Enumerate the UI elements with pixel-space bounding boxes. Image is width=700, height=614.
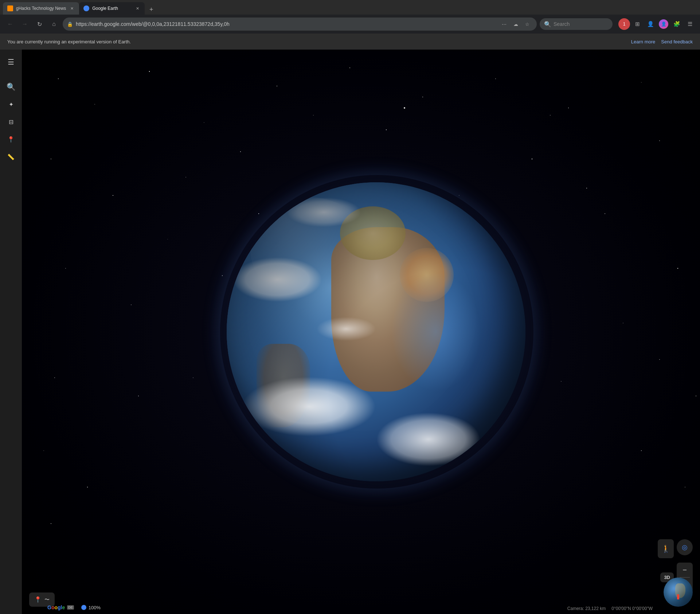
- addon-button[interactable]: 🧩: [671, 18, 683, 30]
- url-actions: ⋯ ☁ ☆: [499, 19, 532, 29]
- search-icon: 🔍: [544, 21, 551, 28]
- svg-point-40: [550, 115, 551, 116]
- security-icon: 🔒: [67, 22, 73, 27]
- app-container: ☰ 🔍 ✦ ⊟ 📍 📏: [0, 50, 700, 614]
- reload-button[interactable]: ↻: [34, 18, 45, 30]
- tab-ghacks[interactable]: gHacks Technology News ✕: [3, 2, 79, 15]
- svg-point-25: [677, 268, 678, 269]
- sidebar-voyager-button[interactable]: ✦: [3, 96, 19, 112]
- extensions-button[interactable]: 1: [618, 18, 630, 30]
- svg-point-0: [58, 78, 59, 79]
- pocket-icon[interactable]: ☁: [511, 19, 521, 29]
- reading-list-button[interactable]: ⊞: [631, 18, 643, 30]
- address-bar: ← → ↻ ⌂ 🔒 https://earth.google.com/web/@…: [0, 15, 700, 34]
- mini-globe-container[interactable]: [664, 578, 693, 607]
- svg-point-30: [43, 450, 44, 451]
- learn-more-link[interactable]: Learn more: [631, 39, 655, 44]
- earth-favicon: [83, 5, 89, 11]
- info-bar: You are currently running an experimenta…: [0, 34, 700, 50]
- url-text: https://earth.google.com/web/@0,0,0a,231…: [76, 21, 496, 27]
- earth-globe-container: [227, 182, 525, 481]
- svg-point-47: [561, 381, 562, 382]
- svg-point-1: [94, 104, 95, 105]
- profile-icon: 👤: [647, 21, 654, 27]
- sidebar-projects-button[interactable]: ⊟: [3, 114, 19, 130]
- svg-point-19: [131, 304, 132, 305]
- sidebar-menu-button[interactable]: ☰: [3, 54, 19, 70]
- tab-ghacks-close[interactable]: ✕: [69, 5, 75, 11]
- sidebar-search-button[interactable]: 🔍: [3, 79, 19, 95]
- google-g: G: [47, 605, 51, 610]
- street-view-button[interactable]: 🚶: [658, 539, 674, 558]
- avatar-button[interactable]: 👤: [658, 18, 669, 30]
- pin-icon: 📍: [34, 596, 42, 603]
- send-feedback-link[interactable]: Send feedback: [661, 39, 693, 44]
- svg-point-8: [568, 108, 569, 108]
- svg-point-11: [113, 195, 113, 196]
- svg-point-32: [51, 523, 51, 524]
- de-badge: DE: [67, 605, 74, 610]
- hamburger-icon: ☰: [688, 21, 692, 27]
- quality-percent: 100%: [89, 605, 101, 610]
- reading-list-icon: ⊞: [635, 21, 640, 27]
- search-box[interactable]: 🔍: [540, 18, 613, 30]
- svg-point-34: [685, 487, 685, 487]
- info-bar-text: You are currently running an experimenta…: [7, 39, 625, 44]
- svg-point-18: [65, 268, 66, 269]
- ghacks-favicon: [7, 5, 13, 11]
- profile-button[interactable]: 👤: [645, 18, 656, 30]
- svg-point-17: [659, 140, 660, 141]
- bookmark-icon[interactable]: ☆: [522, 19, 532, 29]
- voyager-icon: ✦: [9, 101, 13, 108]
- tab-earth-close[interactable]: ✕: [134, 5, 140, 11]
- tab-google-earth[interactable]: Google Earth ✕: [79, 2, 145, 15]
- tab-bar: gHacks Technology News ✕ Google Earth ✕ …: [0, 0, 700, 15]
- home-button[interactable]: ⌂: [48, 18, 60, 30]
- google-e: e: [62, 605, 65, 610]
- measure-icon: 📏: [7, 154, 15, 160]
- sidebar-measure-button[interactable]: 📏: [3, 149, 19, 165]
- zoom-out-icon: −: [683, 566, 687, 574]
- person-icon: 🚶: [661, 544, 670, 553]
- svg-point-33: [87, 487, 88, 487]
- path-icon: 〜: [44, 596, 50, 603]
- svg-point-2: [149, 71, 150, 72]
- url-bar[interactable]: 🔒 https://earth.google.com/web/@0,0,0a,2…: [63, 18, 537, 31]
- coordinates-status: 0°00'00"N 0°00'00"W: [611, 606, 653, 611]
- zoom-out-button[interactable]: −: [677, 563, 693, 577]
- earth-view[interactable]: 📍 〜 🚶 ◎ 3D: [22, 50, 700, 614]
- forward-button[interactable]: →: [19, 18, 31, 30]
- menu-icon: ☰: [8, 58, 14, 66]
- svg-point-12: [185, 177, 186, 178]
- compass-button[interactable]: ◎: [677, 539, 693, 555]
- quality-indicator: 100%: [81, 605, 101, 610]
- menu-button[interactable]: ☰: [684, 18, 696, 30]
- svg-point-38: [386, 129, 387, 130]
- tab-earth-title: Google Earth: [92, 6, 118, 11]
- svg-point-15: [532, 159, 532, 159]
- svg-point-48: [404, 107, 405, 109]
- svg-point-3: [204, 122, 204, 123]
- svg-point-10: [51, 159, 51, 159]
- svg-point-4: [277, 86, 277, 86]
- search-input[interactable]: [554, 21, 605, 27]
- location-icon: 📍: [7, 136, 15, 143]
- more-actions-icon[interactable]: ⋯: [499, 19, 509, 29]
- sidebar: ☰ 🔍 ✦ ⊟ 📍 📏: [0, 50, 22, 614]
- user-avatar: 👤: [659, 19, 668, 29]
- mini-globe[interactable]: [664, 578, 693, 607]
- addon-icon: 🧩: [673, 21, 680, 27]
- new-tab-button[interactable]: +: [146, 4, 156, 15]
- sidebar-location-button[interactable]: 📍: [3, 131, 19, 147]
- back-button[interactable]: ←: [4, 18, 16, 30]
- svg-point-36: [240, 151, 241, 152]
- globe-north-marker: [677, 594, 679, 599]
- svg-point-35: [167, 239, 168, 239]
- svg-point-9: [641, 82, 641, 82]
- status-bar-container: Camera: 23,122 km 0°00'00"N 0°00'00"W: [567, 606, 653, 611]
- svg-point-16: [605, 213, 605, 214]
- projects-icon: ⊟: [9, 118, 13, 125]
- extensions-icon: 1: [623, 22, 626, 27]
- svg-point-41: [586, 188, 587, 189]
- google-logo-text: Google: [47, 605, 65, 610]
